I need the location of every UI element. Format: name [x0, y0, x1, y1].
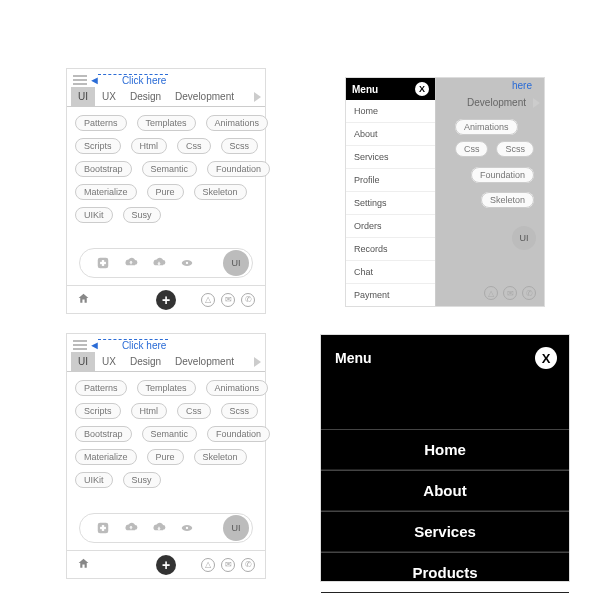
svg-rect-2: [100, 262, 106, 264]
hint-label: Click here: [98, 339, 168, 351]
tag[interactable]: Templates: [137, 380, 196, 396]
add-button[interactable]: +: [156, 290, 176, 310]
eye-icon[interactable]: [180, 256, 194, 270]
tag[interactable]: Skeleton: [194, 184, 247, 200]
drawer-item[interactable]: Profile: [346, 169, 435, 192]
tag[interactable]: Animations: [206, 115, 269, 131]
drawer-item[interactable]: Home: [346, 100, 435, 123]
tag[interactable]: Patterns: [75, 115, 127, 131]
panel-normal: ◄ Click here UI UX Design Development Pa…: [66, 68, 266, 314]
cloud-up-icon[interactable]: [124, 521, 138, 535]
close-icon[interactable]: X: [415, 82, 429, 96]
bell-icon[interactable]: △: [201, 293, 215, 307]
hint-partial: here: [512, 80, 532, 91]
tag[interactable]: Susy: [123, 472, 161, 488]
mail-icon[interactable]: ✉: [221, 293, 235, 307]
cloud-down-icon[interactable]: [152, 521, 166, 535]
tab-design[interactable]: Design: [123, 87, 168, 106]
tag[interactable]: Skeleton: [481, 192, 534, 208]
avatar[interactable]: UI: [512, 226, 536, 250]
tag[interactable]: Materialize: [75, 184, 137, 200]
tag[interactable]: Css: [177, 138, 211, 154]
tag[interactable]: Semantic: [142, 161, 198, 177]
drawer-item[interactable]: Orders: [346, 215, 435, 238]
menu-item[interactable]: About: [321, 470, 569, 511]
chat-icon[interactable]: ✆: [241, 558, 255, 572]
svg-point-4: [186, 262, 188, 264]
side-drawer: Menu X Home About Services Profile Setti…: [346, 78, 436, 307]
tab-development[interactable]: Development: [460, 93, 533, 112]
panel-normal-2: ◄ Click here UI UX Design Development Pa…: [66, 333, 266, 579]
tag[interactable]: Susy: [123, 207, 161, 223]
tab-development[interactable]: Development: [168, 87, 241, 106]
drawer-item[interactable]: Services: [346, 146, 435, 169]
cloud-down-icon[interactable]: [152, 256, 166, 270]
tabs-scroll-right-icon[interactable]: [254, 357, 261, 367]
tag[interactable]: Patterns: [75, 380, 127, 396]
tab-development[interactable]: Development: [168, 352, 241, 371]
bell-icon[interactable]: △: [484, 286, 498, 300]
drawer-item[interactable]: Records: [346, 238, 435, 261]
menu-item[interactable]: Products: [321, 552, 569, 593]
hamburger-icon[interactable]: [73, 340, 87, 350]
svg-rect-7: [100, 527, 106, 529]
footer-bar: + △ ✉ ✆: [67, 285, 265, 313]
tag[interactable]: Skeleton: [194, 449, 247, 465]
tag[interactable]: Pure: [147, 449, 184, 465]
drawer-item[interactable]: About: [346, 123, 435, 146]
tag[interactable]: UIKit: [75, 207, 113, 223]
tabs-scroll-right-icon[interactable]: [254, 92, 261, 102]
home-icon[interactable]: [77, 556, 90, 574]
tabs-scroll-right-icon[interactable]: [533, 98, 540, 108]
drawer-item[interactable]: Settings: [346, 192, 435, 215]
drawer-item[interactable]: Payment: [346, 284, 435, 307]
tab-ux[interactable]: UX: [95, 352, 123, 371]
tag[interactable]: Foundation: [207, 426, 270, 442]
add-button[interactable]: +: [156, 555, 176, 575]
tag[interactable]: Css: [455, 141, 489, 157]
tag[interactable]: Semantic: [142, 426, 198, 442]
tag[interactable]: Bootstrap: [75, 161, 132, 177]
chat-icon[interactable]: ✆: [522, 286, 536, 300]
tag[interactable]: Scss: [496, 141, 534, 157]
plus-square-icon[interactable]: [96, 521, 110, 535]
tag[interactable]: Foundation: [207, 161, 270, 177]
action-card: UI: [79, 513, 253, 543]
home-icon[interactable]: [77, 291, 90, 309]
tag[interactable]: Foundation: [471, 167, 534, 183]
menu-item[interactable]: Home: [321, 429, 569, 470]
tag[interactable]: UIKit: [75, 472, 113, 488]
tag[interactable]: Scss: [221, 138, 259, 154]
hamburger-icon[interactable]: [73, 75, 87, 85]
tag[interactable]: Templates: [137, 115, 196, 131]
tab-ux[interactable]: UX: [95, 87, 123, 106]
tag[interactable]: Html: [131, 403, 168, 419]
plus-square-icon[interactable]: [96, 256, 110, 270]
tag[interactable]: Animations: [455, 119, 518, 135]
tag[interactable]: Css: [177, 403, 211, 419]
tag[interactable]: Scss: [221, 403, 259, 419]
drawer-item[interactable]: Chat: [346, 261, 435, 284]
menu-title: Menu: [335, 350, 372, 366]
tab-ui[interactable]: UI: [71, 87, 95, 106]
cloud-up-icon[interactable]: [124, 256, 138, 270]
tag[interactable]: Scripts: [75, 403, 121, 419]
tag[interactable]: Bootstrap: [75, 426, 132, 442]
avatar[interactable]: UI: [223, 250, 249, 276]
tag[interactable]: Animations: [206, 380, 269, 396]
tab-ui[interactable]: UI: [71, 352, 95, 371]
eye-icon[interactable]: [180, 521, 194, 535]
avatar[interactable]: UI: [223, 515, 249, 541]
tab-design[interactable]: Design: [123, 352, 168, 371]
close-icon[interactable]: X: [535, 347, 557, 369]
tags-area: Patterns Templates Animations Scripts Ht…: [67, 107, 265, 234]
tag[interactable]: Pure: [147, 184, 184, 200]
bell-icon[interactable]: △: [201, 558, 215, 572]
tag[interactable]: Scripts: [75, 138, 121, 154]
chat-icon[interactable]: ✆: [241, 293, 255, 307]
mail-icon[interactable]: ✉: [221, 558, 235, 572]
tag[interactable]: Html: [131, 138, 168, 154]
mail-icon[interactable]: ✉: [503, 286, 517, 300]
menu-item[interactable]: Services: [321, 511, 569, 552]
tag[interactable]: Materialize: [75, 449, 137, 465]
